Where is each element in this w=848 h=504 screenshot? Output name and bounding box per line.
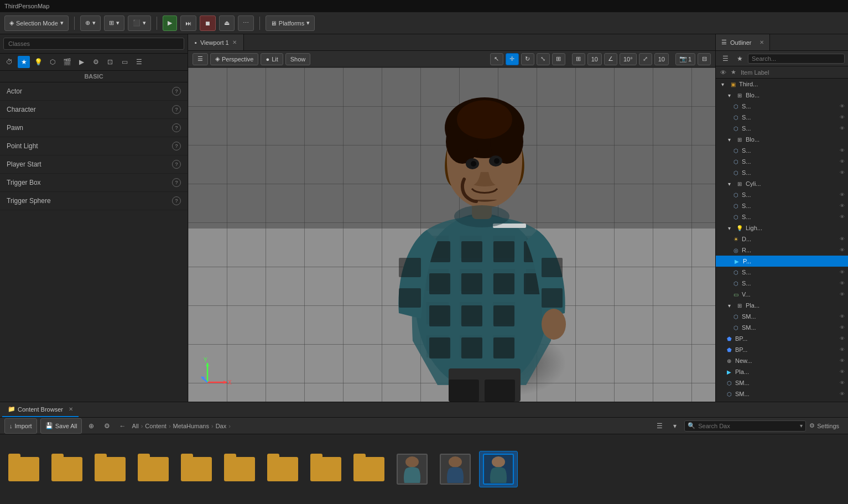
camera-speed-btn[interactable]: 📷 1 <box>675 53 695 65</box>
blueprint-icon-btn[interactable]: ⚙ <box>90 56 102 68</box>
perspective-btn[interactable]: ◈ Perspective <box>210 53 258 65</box>
outliner-item[interactable]: ⬡ S... 👁 <box>716 156 848 167</box>
animation-icon-btn[interactable]: ▶ <box>75 56 87 68</box>
trigger-icon-btn[interactable]: ⊡ <box>104 56 116 68</box>
visibility-icon[interactable]: 👁 <box>838 202 846 210</box>
outliner-item[interactable]: ☀ D... 👁 <box>716 233 848 245</box>
sequence-button[interactable]: ⬛ ▾ <box>128 15 151 31</box>
outliner-item[interactable]: ⬡ S... 👁 <box>716 278 848 289</box>
outliner-filter-btn[interactable]: ☰ <box>719 53 731 65</box>
scale-size-btn[interactable]: 10 <box>654 53 669 65</box>
visibility-icon[interactable]: 👁 <box>838 357 846 365</box>
item-info-icon[interactable]: ? <box>172 178 181 187</box>
visibility-icon[interactable]: 👁 <box>838 279 846 287</box>
outliner-item[interactable]: ⬟ BP... 👁 <box>716 333 848 344</box>
outliner-item[interactable]: ⬟ BP... 👁 <box>716 344 848 355</box>
folder-item[interactable] <box>4 455 43 484</box>
visibility-icon[interactable]: 👁 <box>838 390 846 398</box>
visibility-icon[interactable]: 👁 <box>838 346 846 354</box>
item-info-icon[interactable]: ? <box>172 87 181 96</box>
item-info-icon[interactable]: ? <box>172 105 181 114</box>
eject-button[interactable]: ⏏ <box>219 15 235 31</box>
folder-item[interactable] <box>91 455 129 484</box>
platforms-button[interactable]: 🖥 Platforms ▾ <box>266 15 315 31</box>
outliner-item[interactable]: ⬡ SM... 👁 <box>716 311 848 322</box>
visibility-icon[interactable]: 👁 <box>838 158 846 165</box>
show-btn[interactable]: Show <box>285 53 311 65</box>
breadcrumb-metahumans[interactable]: MetaHumans <box>173 423 209 429</box>
folder-item[interactable] <box>263 455 302 484</box>
maximize-btn[interactable]: ⊟ <box>698 53 711 65</box>
asset-item-selected[interactable] <box>479 451 518 487</box>
outliner-search-input[interactable] <box>748 54 845 64</box>
all-classes-icon-btn[interactable]: ☰ <box>133 56 145 68</box>
shape-icon-btn[interactable]: ⬡ <box>46 56 59 68</box>
item-info-icon[interactable]: ? <box>172 123 181 132</box>
viewport-tab[interactable]: ▪ Viewport 1 ✕ <box>188 34 244 50</box>
list-item[interactable]: Pawn ? <box>0 119 188 137</box>
list-item[interactable]: Point Light ? <box>0 137 188 155</box>
folder-item[interactable] <box>177 455 216 484</box>
folder-item[interactable] <box>48 455 86 484</box>
list-item[interactable]: Trigger Sphere ? <box>0 192 188 210</box>
classes-search-input[interactable] <box>3 38 184 50</box>
visibility-icon[interactable]: 👁 <box>838 268 846 276</box>
content-settings-btn[interactable]: ⚙ <box>101 420 113 432</box>
outliner-item[interactable]: ▾ ▣ Third... <box>716 79 848 90</box>
visibility-icon[interactable]: 👁 <box>838 169 846 176</box>
outliner-item-selected[interactable]: 👁 ▶ P... <box>716 256 848 267</box>
content-browser-tab[interactable]: 📁 Content Browser ✕ <box>2 402 79 417</box>
outliner-item[interactable]: ⊕ New... 👁 <box>716 355 848 366</box>
multimode-btn[interactable]: ⊞ <box>552 53 565 65</box>
visibility-icon[interactable]: 👁 <box>838 313 846 320</box>
outliner-item[interactable]: ⬡ SM... 👁 <box>716 388 848 399</box>
volume-icon-btn[interactable]: ▭ <box>118 56 131 68</box>
visibility-icon[interactable]: 👁 <box>838 147 846 154</box>
viewport-3d[interactable]: X Y <box>188 67 715 402</box>
list-item[interactable]: Actor ? <box>0 82 188 101</box>
breadcrumb-content[interactable]: Content <box>145 423 167 429</box>
breadcrumb-dax[interactable]: Dax <box>216 423 227 429</box>
visibility-icon[interactable]: 👁 <box>838 102 846 110</box>
content-browser-close[interactable]: ✕ <box>69 406 73 412</box>
breadcrumb-all[interactable]: All <box>132 423 138 429</box>
outliner-item[interactable]: ⬡ S... 👁 <box>716 167 848 178</box>
outliner-item[interactable]: ▶ Pla... 👁 <box>716 366 848 377</box>
outliner-item[interactable]: ⬡ SM... 👁 <box>716 322 848 333</box>
stop-button[interactable]: ⏹ <box>200 15 216 31</box>
folder-back-btn[interactable]: ← <box>116 420 128 432</box>
rotate-tool-btn[interactable]: ↻ <box>521 53 534 65</box>
more-options-button[interactable]: ⋯ <box>238 15 254 31</box>
visibility-icon[interactable]: 👁 <box>838 213 846 221</box>
item-info-icon[interactable]: ? <box>172 142 181 150</box>
outliner-item[interactable]: ▭ V... 👁 <box>716 289 848 300</box>
outliner-item[interactable]: ◎ R... 👁 <box>716 245 848 256</box>
visibility-icon[interactable]: 👁 <box>838 191 846 199</box>
visibility-icon[interactable]: 👁 <box>838 124 846 132</box>
item-info-icon[interactable]: ? <box>172 160 181 169</box>
list-item[interactable]: Trigger Box ? <box>0 174 188 192</box>
angle-size-btn[interactable]: 10° <box>620 53 637 65</box>
snap-button[interactable]: ⊞ ▾ <box>104 15 124 31</box>
actor-icon-btn[interactable]: ★ <box>18 56 30 68</box>
outliner-item[interactable]: ⬡ S... 👁 <box>716 267 848 278</box>
item-info-icon[interactable]: ? <box>172 196 181 205</box>
outliner-item[interactable]: ⬡ S... 👁 <box>716 145 848 156</box>
light-icon-btn[interactable]: 💡 <box>32 56 44 68</box>
scale-tool-btn[interactable]: ⤡ <box>537 53 550 65</box>
outliner-item[interactable]: ⬡ S... 👁 <box>716 200 848 211</box>
visibility-icon[interactable]: 👁 <box>838 368 846 376</box>
outliner-item[interactable]: ⬡ SM... 👁 <box>716 377 848 388</box>
visibility-icon[interactable]: 👁 <box>838 335 846 342</box>
selection-mode-button[interactable]: ◈ Selection Mode ▾ <box>4 15 69 31</box>
folder-item[interactable] <box>134 455 173 484</box>
outliner-item[interactable]: ⬡ S... 👁 <box>716 211 848 222</box>
visibility-icon[interactable]: 👁 <box>838 235 846 243</box>
outliner-item[interactable]: ▾ ⊞ Blo... <box>716 134 848 145</box>
skip-button[interactable]: ⏭ <box>180 15 196 31</box>
grid-snap-btn[interactable]: ⊞ <box>572 53 585 65</box>
content-search-input[interactable] <box>684 420 806 432</box>
outliner-item[interactable]: ⬡ S... 👁 <box>716 101 848 112</box>
outliner-tab[interactable]: ☰ Outliner ✕ <box>716 34 770 50</box>
bottom-settings-btn[interactable]: ⚙ Settings <box>809 422 839 429</box>
